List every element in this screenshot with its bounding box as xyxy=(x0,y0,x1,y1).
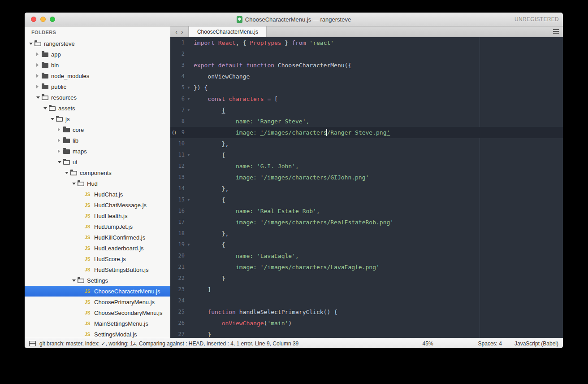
line-number: 21 xyxy=(178,262,185,273)
tree-item-choosecharactermenu-js[interactable]: JSChooseCharacterMenu.js xyxy=(25,286,170,297)
code-line-15[interactable]: 15▼ { xyxy=(170,194,563,205)
fold-arrow-icon[interactable]: ▼ xyxy=(185,105,193,116)
tree-item-core[interactable]: core xyxy=(25,124,170,135)
code-line-25[interactable]: 25 function handleSelectPrimaryClick() { xyxy=(170,306,563,318)
tree-item-ui[interactable]: ui xyxy=(25,157,170,167)
code-line-24[interactable]: 24 xyxy=(170,295,563,306)
disclosure-triangle-icon[interactable] xyxy=(58,161,61,163)
tree-item-rangersteve[interactable]: rangersteve xyxy=(25,38,170,49)
tree-item-hudsettingsbutton-js[interactable]: JSHudSettingsButton.js xyxy=(25,264,170,275)
code-line-4[interactable]: 4 onViewChange xyxy=(170,71,563,82)
code-line-13[interactable]: 13 image: '/images/characters/GIJohn.png… xyxy=(170,172,563,183)
code-line-10[interactable]: 10 }, xyxy=(170,138,563,149)
code-line-6[interactable]: 6▼ const characters = [ xyxy=(170,93,563,105)
tree-item-hudchat-js[interactable]: JSHudChat.js xyxy=(25,189,170,200)
disclosure-triangle-icon[interactable] xyxy=(65,172,69,174)
tree-item-hudkillconfirmed-js[interactable]: JSHudKillConfirmed.js xyxy=(25,232,170,243)
disclosure-triangle-icon[interactable] xyxy=(58,149,60,153)
tree-item-settingsmodal-js[interactable]: JSSettingsModal.js xyxy=(25,329,170,338)
code-line-9[interactable]: ()9 image: '/images/characters/Ranger-St… xyxy=(170,127,563,138)
disclosure-triangle-icon[interactable] xyxy=(58,128,60,131)
code-line-17[interactable]: 17 image: '/images/characters/RealEstate… xyxy=(170,217,563,228)
code-editor[interactable]: 1import React, { PropTypes } from 'react… xyxy=(170,37,563,338)
folder-icon xyxy=(78,182,84,186)
tree-item-chooseprimarymenu-js[interactable]: JSChoosePrimaryMenu.js xyxy=(25,297,170,307)
tree-item-hudleaderboard-js[interactable]: JSHudLeaderboard.js xyxy=(25,243,170,253)
line-number: 4 xyxy=(178,71,185,82)
tree-item-hudchatmessage-js[interactable]: JSHudChatMessage.js xyxy=(25,200,170,210)
code-text: const characters = [ xyxy=(193,93,278,105)
forward-arrow-button[interactable]: › xyxy=(181,28,183,35)
code-line-7[interactable]: 7▼ { xyxy=(170,105,563,116)
panel-toggle-icon[interactable] xyxy=(29,341,36,346)
code-line-19[interactable]: 19▼ { xyxy=(170,239,563,250)
fold-arrow-icon[interactable]: ▼ xyxy=(185,93,193,105)
code-line-3[interactable]: 3export default function ChooseCharacter… xyxy=(170,60,563,71)
code-line-21[interactable]: 21 image: '/images/characters/LavaEagle.… xyxy=(170,262,563,273)
overflow-menu-icon[interactable] xyxy=(553,29,559,35)
tree-item-hudhealth-js[interactable]: JSHudHealth.js xyxy=(25,210,170,221)
syntax-mode[interactable]: JavaScript (Babel) xyxy=(514,340,558,347)
disclosure-triangle-icon[interactable] xyxy=(72,183,76,185)
tree-item-bin[interactable]: bin xyxy=(25,60,170,70)
code-line-18[interactable]: 18 }, xyxy=(170,228,563,239)
gutter-marker-slot xyxy=(170,329,178,338)
code-line-20[interactable]: 20 name: 'LavaEagle', xyxy=(170,250,563,262)
tree-item-settings[interactable]: Settings xyxy=(25,275,170,286)
tree-item-hud[interactable]: Hud xyxy=(25,178,170,189)
fold-arrow-icon[interactable]: ▼ xyxy=(185,82,193,93)
indent-setting[interactable]: Spaces: 4 xyxy=(478,340,502,347)
code-line-2[interactable]: 2 xyxy=(170,48,563,60)
tree-item-mainsettingsmenu-js[interactable]: JSMainSettingsMenu.js xyxy=(25,318,170,329)
code-line-22[interactable]: 22 } xyxy=(170,273,563,284)
code-line-11[interactable]: 11▼ { xyxy=(170,149,563,161)
disclosure-triangle-icon[interactable] xyxy=(43,107,47,109)
disclosure-triangle-icon[interactable] xyxy=(51,118,54,120)
line-number: 19 xyxy=(178,239,185,250)
tree-item-resources[interactable]: resources xyxy=(25,92,170,103)
gutter-marker-slot xyxy=(170,239,178,250)
code-line-26[interactable]: 26 onViewChange('main') xyxy=(170,318,563,329)
gutter-marker-slot xyxy=(170,295,178,306)
tree-item-assets[interactable]: assets xyxy=(25,103,170,113)
code-line-1[interactable]: 1import React, { PropTypes } from 'react… xyxy=(170,37,563,48)
fold-arrow-icon[interactable]: ▼ xyxy=(185,194,193,205)
tree-item-js[interactable]: js xyxy=(25,113,170,124)
tab-choose-character-menu[interactable]: ChooseCharacterMenu.js xyxy=(189,26,267,37)
line-number: 22 xyxy=(178,273,185,284)
tree-item-components[interactable]: components xyxy=(25,167,170,178)
title-bar[interactable]: ✱ ChooseCharacterMenu.js — rangersteve U… xyxy=(25,13,563,26)
license-status: UNREGISTERED xyxy=(514,13,559,26)
code-line-8[interactable]: 8 name: 'Ranger Steve', xyxy=(170,116,563,127)
code-line-27[interactable]: 27 } xyxy=(170,329,563,338)
tree-item-hudscore-js[interactable]: JSHudScore.js xyxy=(25,253,170,264)
tree-item-node-modules[interactable]: node_modules xyxy=(25,70,170,81)
disclosure-triangle-icon[interactable] xyxy=(72,279,76,282)
disclosure-triangle-icon[interactable] xyxy=(36,63,39,67)
tree-item-public[interactable]: public xyxy=(25,81,170,92)
disclosure-triangle-icon[interactable] xyxy=(29,43,33,45)
code-line-23[interactable]: 23 ] xyxy=(170,284,563,295)
tree-item-hudjumpjet-js[interactable]: JSHudJumpJet.js xyxy=(25,221,170,232)
code-line-16[interactable]: 16 name: 'Real Estate Rob', xyxy=(170,205,563,217)
line-number: 25 xyxy=(178,306,185,318)
back-arrow-button[interactable]: ‹ xyxy=(175,28,177,35)
tree-item-maps[interactable]: maps xyxy=(25,146,170,157)
disclosure-triangle-icon[interactable] xyxy=(36,96,40,99)
js-file-icon: JS xyxy=(85,300,91,305)
code-line-5[interactable]: 5▼}) { xyxy=(170,82,563,93)
code-line-14[interactable]: 14 }, xyxy=(170,183,563,194)
disclosure-triangle-icon[interactable] xyxy=(36,85,39,88)
disclosure-triangle-icon[interactable] xyxy=(36,52,39,56)
gutter-marker-slot xyxy=(170,37,178,48)
fold-arrow-icon[interactable]: ▼ xyxy=(185,239,193,250)
tree-item-choosesecondarymenu-js[interactable]: JSChooseSecondaryMenu.js xyxy=(25,307,170,318)
fold-arrow-icon[interactable]: ▼ xyxy=(185,149,193,161)
line-number: 10 xyxy=(178,138,185,149)
code-line-12[interactable]: 12 name: 'G.I. John', xyxy=(170,161,563,172)
disclosure-triangle-icon[interactable] xyxy=(36,74,39,78)
tree-item-lib[interactable]: lib xyxy=(25,135,170,146)
disclosure-triangle-icon[interactable] xyxy=(58,139,60,142)
fold-slot xyxy=(185,138,193,149)
tree-item-app[interactable]: app xyxy=(25,49,170,60)
